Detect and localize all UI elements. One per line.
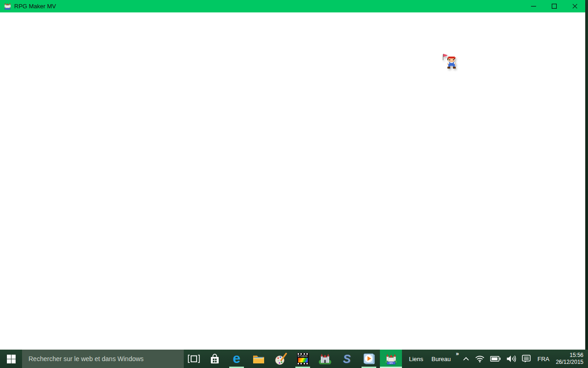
paint-palette-icon [275, 353, 287, 365]
taskbar-app-paint[interactable] [270, 350, 292, 368]
window-controls [523, 0, 585, 12]
window-title: RPG Maker MV [14, 3, 56, 10]
tray-volume[interactable] [503, 350, 519, 368]
castle-icon [319, 353, 331, 365]
chevron-up-icon [463, 356, 469, 361]
taskbar-search [22, 350, 184, 368]
action-center-icon [522, 355, 531, 363]
film-strip-holes [297, 363, 309, 365]
minimize-button[interactable] [523, 0, 544, 12]
search-input[interactable] [22, 350, 184, 368]
toolbar-overflow-chevron[interactable]: » [456, 351, 459, 356]
mario-sprite-icon [440, 54, 459, 70]
maximize-icon [552, 4, 557, 9]
taskbar-app-rpg-maker-classic[interactable] [314, 350, 336, 368]
minimize-icon [531, 4, 536, 9]
rpg-maker-mv-icon: MV [385, 353, 397, 365]
clock-time: 15:56 [556, 352, 583, 359]
camstudio-label: STUDIO [298, 355, 308, 357]
desktop: { "window": { "title": "RPG Maker MV", "… [0, 0, 588, 368]
taskbar-app-s[interactable]: S [336, 350, 358, 368]
svg-text:MV: MV [389, 362, 393, 364]
character-sprite[interactable] [440, 54, 459, 74]
volume-icon [506, 355, 516, 362]
toolbar-liens[interactable]: Liens [405, 356, 427, 362]
taskbar-app-buttons: e [204, 350, 402, 368]
rpg-maker-mv-app-icon [4, 2, 11, 10]
rpg-maker-mv-window: RPG Maker MV [0, 0, 585, 350]
close-button[interactable] [565, 0, 585, 12]
system-tray: Liens Bureau » [405, 350, 588, 368]
taskbar-app-microsoft-edge[interactable]: e [226, 350, 248, 368]
task-view-button[interactable] [184, 350, 204, 368]
windows-logo-icon [7, 355, 16, 363]
tray-language-indicator[interactable]: FRA [534, 356, 553, 362]
windows-store-icon [209, 353, 220, 365]
taskbar-app-rpg-maker-mv[interactable]: MV [380, 350, 402, 368]
window-content-area [0, 12, 585, 350]
task-view-icon [188, 355, 200, 363]
tray-show-hidden-icons[interactable] [460, 350, 472, 368]
tray-clock[interactable]: 15:56 26/12/2015 [553, 352, 588, 366]
close-icon [572, 4, 577, 9]
taskbar-app-camstudio[interactable]: STUDIO [292, 350, 314, 368]
battery-icon [490, 356, 501, 362]
taskbar-app-windows-store[interactable] [204, 350, 226, 368]
clock-date: 26/12/2015 [556, 359, 583, 366]
maximize-button[interactable] [544, 0, 565, 12]
taskbar: e [0, 350, 588, 368]
tray-network[interactable] [472, 350, 487, 368]
rainbow-gradient [298, 358, 308, 362]
media-player-icon [363, 353, 375, 365]
taskbar-app-media-player[interactable] [358, 350, 380, 368]
s-app-icon: S [343, 353, 351, 365]
wifi-icon [475, 355, 485, 362]
camstudio-icon: STUDIO [297, 353, 309, 365]
tray-action-center[interactable] [519, 350, 534, 368]
tray-battery[interactable] [487, 350, 503, 368]
toolbar-bureau[interactable]: Bureau [427, 356, 455, 362]
file-explorer-icon [253, 354, 265, 364]
start-button[interactable] [0, 350, 22, 368]
taskbar-app-file-explorer[interactable] [248, 350, 270, 368]
edge-icon: e [233, 351, 241, 365]
window-titlebar[interactable]: RPG Maker MV [0, 0, 585, 12]
